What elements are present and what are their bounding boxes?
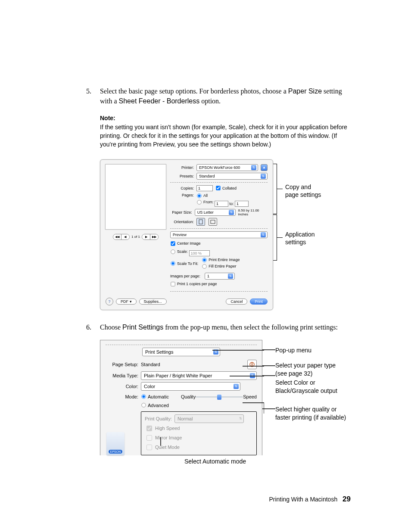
svg-rect-1 [211,220,215,224]
print-copies-per-page-checkbox[interactable]: Print 1 copies per page [170,281,217,287]
quality-speed-slider[interactable] [196,395,243,398]
note-title: Note: [100,115,115,121]
page-setup-value: Standard [141,362,160,367]
mirror-image-checkbox [146,435,152,441]
collated-checkbox[interactable]: Collated [215,185,237,191]
chevron-updown-icon: ⇅ [229,210,234,215]
color-select[interactable]: Color ⇅ [141,382,240,391]
step-number: 6. [86,322,100,332]
quiet-mode-checkbox [146,445,152,450]
section-popup-select[interactable]: Preview ⇅ [170,231,268,238]
pager-label: 1 of 1 [131,235,140,239]
mode-automatic-radio[interactable]: Automatic [141,394,169,399]
page-footer: Printing With a Macintosh 29 [86,495,351,504]
pager-last-button[interactable]: ▶▶ [150,234,158,240]
step-number: 5. [86,86,100,106]
pdf-button[interactable]: PDF ▾ [116,299,137,305]
page-number: 29 [342,495,351,503]
pager-prev-button[interactable]: ◀ [121,234,129,240]
supplies-button[interactable]: Supplies... [139,299,167,305]
chevron-updown-icon: ⇅ [228,274,233,279]
pager-next-button[interactable]: ▶ [142,234,150,240]
pages-all-radio[interactable]: All [196,193,208,199]
automatic-mode-caption: Select Automatic mode [80,458,351,465]
cancel-button[interactable]: Cancel [226,299,247,305]
orientation-landscape-button[interactable] [209,218,217,226]
copies-input[interactable]: 1 [196,185,213,191]
print-settings-term: Print Settings [122,324,163,331]
footer-title: Printing With a Macintosh [269,496,337,503]
presets-select[interactable]: Standard ⇅ [196,173,268,180]
print-entire-image-radio[interactable]: Print Entire Image [202,257,240,263]
step-body: Choose Print Settings from the pop-up me… [100,322,351,332]
advanced-mode-block: Print Quality: Normal ⇅ High Speed Mirro… [141,411,257,455]
orientation-portrait-button[interactable] [196,218,205,226]
sheet-feeder-term: Sheet Feeder - Borderless [119,97,200,105]
pointer-line [156,437,165,446]
step-6: 6. Choose Print Settings from the pop-up… [86,322,351,332]
popup-menu-annot: Pop-up menu [275,346,311,355]
mode-advanced-radio[interactable]: Advanced [141,402,169,408]
help-button[interactable]: ? [106,298,113,305]
images-per-page-select[interactable]: 1 ⇅ [205,273,235,280]
printer-select[interactable]: EPSON WorkForce 600 ⇅ [196,164,258,171]
pointer-line [182,348,264,352]
scale-input[interactable]: 100 % [189,250,210,256]
preview-pager: ◀◀ ◀ 1 of 1 ▶ ▶▶ [113,234,159,240]
pointer-line [230,374,264,378]
chevron-updown-icon: ⇅ [261,232,266,237]
svg-rect-0 [199,220,202,224]
scale-term: Scale [228,124,243,131]
chevron-updown-icon: ⇅ [234,384,239,389]
pointer-line [243,401,264,414]
pages-to-input[interactable]: 1 [235,201,249,207]
scale-to-fit-radio[interactable]: Scale To Fit: [170,257,198,270]
pages-from-input[interactable]: 1 [215,201,228,207]
pointer-line [243,364,264,368]
step-body: Select the basic page setup options. For… [100,86,351,106]
paper-size-select[interactable]: US Letter ⇅ [195,209,236,216]
print-quality-select: Normal ⇅ [174,414,244,423]
chevron-updown-icon: ⇅ [261,174,266,179]
chevron-updown-icon: ⇅ [251,165,256,170]
scale-radio[interactable]: Scale: [170,249,188,255]
paper-dimensions-label: 8.50 by 11.00 inches [238,208,268,216]
chevron-updown-icon: ⇅ [239,417,242,420]
paper-size-term: Paper Size [288,87,322,95]
print-settings-panel: Print Settings ⇅ Page Setup: Standard Me… [100,340,262,455]
print-button[interactable]: Print [250,299,268,305]
fill-entire-paper-radio[interactable]: Fill Entire Paper [202,264,236,269]
high-speed-checkbox [146,426,152,431]
pages-from-radio[interactable]: From: [196,199,214,205]
pager-first-button[interactable]: ◀◀ [113,234,121,240]
step-5: 5. Select the basic page setup options. … [86,86,351,106]
note-block: Note: If the setting you want isn't show… [100,114,351,149]
collapse-button[interactable]: ▲ [261,164,268,171]
print-preview [105,164,166,230]
center-image-checkbox[interactable]: Center Image [170,241,201,246]
print-dialog: ◀◀ ◀ 1 of 1 ▶ ▶▶ Printer: EP [100,159,273,310]
paper-preview-icon: EPSON [106,432,125,455]
